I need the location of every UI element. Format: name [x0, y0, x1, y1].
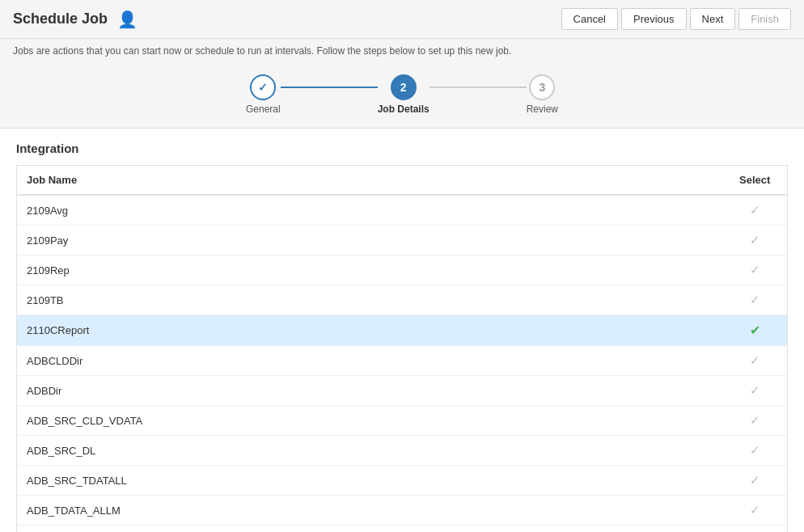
select-cell[interactable]: ✓	[723, 376, 788, 406]
job-name-cell: ADB_SRC_TDATALL	[17, 466, 723, 496]
step-job-details: 2 Job Details	[378, 74, 430, 115]
select-cell[interactable]: ✓	[723, 526, 788, 533]
header-left: Schedule Job 👤	[13, 10, 138, 29]
table-row[interactable]: 2109Rep✓	[17, 255, 788, 285]
table-row[interactable]: 2110CReport✔	[17, 315, 788, 346]
subtitle-bar: Jobs are actions that you can start now …	[0, 39, 804, 129]
step-1-label: General	[246, 103, 281, 115]
select-cell[interactable]: ✓	[723, 226, 788, 255]
col-header-select: Select	[723, 166, 788, 196]
subtitle-text: Jobs are actions that you can start now …	[13, 45, 791, 57]
table-row[interactable]: 2109Avg✓	[17, 195, 788, 226]
select-cell[interactable]: ✓	[723, 255, 788, 285]
table-header-row: Job Name Select	[17, 166, 788, 196]
section-title: Integration	[16, 141, 788, 155]
step-line-2	[430, 87, 527, 88]
select-cell[interactable]: ✓	[723, 195, 788, 226]
job-name-cell: ADBDir	[17, 376, 723, 406]
check-icon: ✓	[750, 383, 760, 397]
check-icon: ✓	[750, 443, 760, 457]
step-review: 3 Review	[527, 74, 558, 115]
check-icon: ✓	[750, 203, 760, 217]
select-cell[interactable]: ✓	[723, 436, 788, 466]
page-title: Schedule Job	[13, 11, 108, 27]
table-row[interactable]: ADB_SRC_DL✓	[17, 436, 788, 466]
table-row[interactable]: ADB_SRC_CLD_VDATA✓	[17, 406, 788, 436]
check-icon: ✓	[750, 233, 760, 247]
job-name-cell: ADBCLDDir	[17, 346, 723, 376]
step-3-circle: 3	[529, 74, 555, 100]
job-name-cell: 2109Pay	[17, 226, 723, 255]
check-icon: ✓	[750, 473, 760, 487]
select-cell[interactable]: ✓	[723, 496, 788, 526]
step-3-label: Review	[527, 103, 558, 115]
steps-container: ✓ General 2 Job Details 3 Review	[13, 66, 791, 128]
step-1-circle: ✓	[250, 74, 276, 100]
finish-button[interactable]: Finish	[738, 8, 791, 30]
table-row[interactable]: ADBCLDDir✓	[17, 346, 788, 376]
check-icon: ✓	[750, 503, 760, 517]
col-header-job-name: Job Name	[17, 166, 723, 196]
job-name-cell: 2109Rep	[17, 255, 723, 285]
check-icon: ✓	[750, 413, 760, 427]
job-name-cell: ASO_SpecialChar_DL	[17, 526, 723, 533]
user-icon: 👤	[117, 10, 138, 29]
table-row[interactable]: ASO_SpecialChar_DL✓	[17, 526, 788, 533]
table-row[interactable]: 2109Pay✓	[17, 226, 788, 255]
table-row[interactable]: ADB_SRC_TDATALL✓	[17, 466, 788, 496]
job-table: Job Name Select 2109Avg✓2109Pay✓2109Rep✓…	[16, 165, 788, 532]
job-name-cell: 2109Avg	[17, 195, 723, 226]
job-name-cell: ADB_TDATA_ALLM	[17, 496, 723, 526]
check-icon: ✓	[750, 263, 760, 277]
step-2-label: Job Details	[378, 103, 430, 115]
select-cell[interactable]: ✓	[723, 346, 788, 376]
previous-button[interactable]: Previous	[621, 8, 687, 30]
select-cell[interactable]: ✓	[723, 466, 788, 496]
content: Integration Job Name Select 2109Avg✓2109…	[0, 129, 804, 532]
select-cell[interactable]: ✓	[723, 406, 788, 436]
step-general: ✓ General	[246, 74, 281, 115]
cancel-button[interactable]: Cancel	[561, 8, 618, 30]
job-name-cell: ADB_SRC_DL	[17, 436, 723, 466]
job-name-cell: 2109TB	[17, 285, 723, 315]
select-cell[interactable]: ✓	[723, 285, 788, 315]
job-name-cell: 2110CReport	[17, 315, 723, 346]
step-2-circle: 2	[391, 74, 417, 100]
table-row[interactable]: ADBDir✓	[17, 376, 788, 406]
check-selected-icon: ✔	[750, 323, 760, 337]
header-buttons: Cancel Previous Next Finish	[561, 8, 791, 30]
job-name-cell: ADB_SRC_CLD_VDATA	[17, 406, 723, 436]
header: Schedule Job 👤 Cancel Previous Next Fini…	[0, 0, 804, 39]
check-icon: ✓	[750, 353, 760, 367]
select-cell[interactable]: ✔	[723, 315, 788, 346]
next-button[interactable]: Next	[690, 8, 736, 30]
check-icon: ✓	[750, 293, 760, 306]
table-row[interactable]: 2109TB✓	[17, 285, 788, 315]
table-row[interactable]: ADB_TDATA_ALLM✓	[17, 496, 788, 526]
step-line-1	[281, 87, 378, 88]
